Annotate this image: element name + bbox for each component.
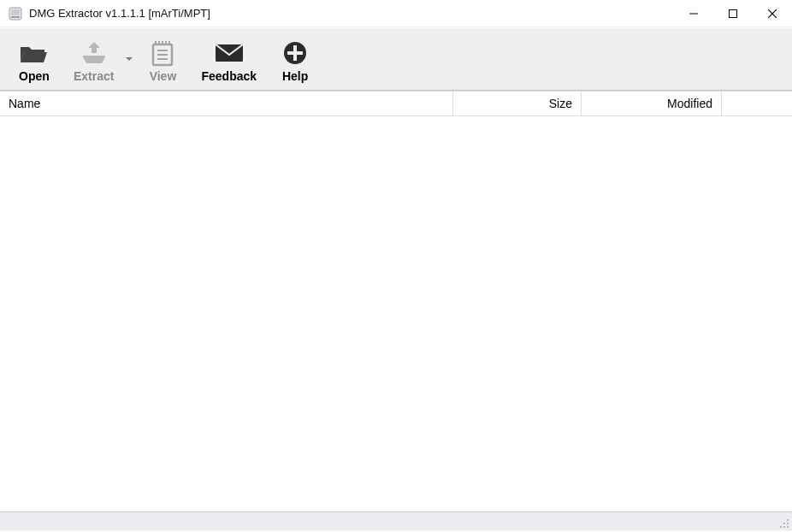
svg-rect-21	[783, 523, 785, 524]
svg-rect-19	[287, 51, 303, 55]
svg-rect-24	[783, 526, 785, 528]
column-header-name[interactable]: Name	[0, 92, 453, 115]
extract-label: Extract	[74, 69, 114, 83]
view-button[interactable]: View	[136, 37, 189, 85]
extract-button[interactable]: Extract	[62, 37, 126, 85]
svg-rect-22	[787, 523, 789, 524]
minimize-button[interactable]	[674, 0, 713, 27]
notepad-icon	[150, 38, 175, 68]
feedback-label: Feedback	[201, 69, 257, 83]
svg-rect-2	[11, 16, 20, 18]
size-grip-icon[interactable]	[778, 517, 790, 529]
title-bar: DMG Extractor v1.1.1.1 [mArTi/MPT]	[0, 0, 792, 27]
view-label: View	[150, 69, 177, 83]
help-button[interactable]: Help	[269, 37, 322, 85]
folder-open-icon	[19, 38, 50, 68]
app-icon	[9, 7, 22, 21]
svg-rect-1	[11, 9, 20, 15]
extract-icon	[80, 38, 109, 68]
open-label: Open	[19, 69, 50, 83]
svg-rect-23	[780, 526, 782, 528]
toolbar: Open Extract V	[0, 27, 792, 91]
file-list[interactable]	[0, 116, 792, 511]
svg-rect-3	[689, 13, 698, 14]
maximize-button[interactable]	[713, 0, 753, 27]
column-header-size[interactable]: Size	[453, 92, 582, 115]
extract-dropdown-caret-icon[interactable]	[126, 33, 136, 85]
envelope-icon	[214, 38, 245, 68]
column-header-spacer	[722, 92, 792, 115]
svg-rect-25	[787, 526, 789, 528]
column-header-modified[interactable]: Modified	[582, 92, 722, 115]
status-bar	[0, 511, 792, 530]
help-label: Help	[282, 69, 308, 83]
help-plus-icon	[282, 38, 308, 68]
column-header-row: Name Size Modified	[0, 91, 792, 116]
svg-rect-20	[787, 519, 789, 521]
window-title: DMG Extractor v1.1.1.1 [mArTi/MPT]	[29, 7, 210, 20]
svg-rect-4	[730, 9, 737, 17]
open-button[interactable]: Open	[7, 37, 62, 85]
close-button[interactable]	[753, 0, 792, 27]
feedback-button[interactable]: Feedback	[189, 37, 269, 85]
